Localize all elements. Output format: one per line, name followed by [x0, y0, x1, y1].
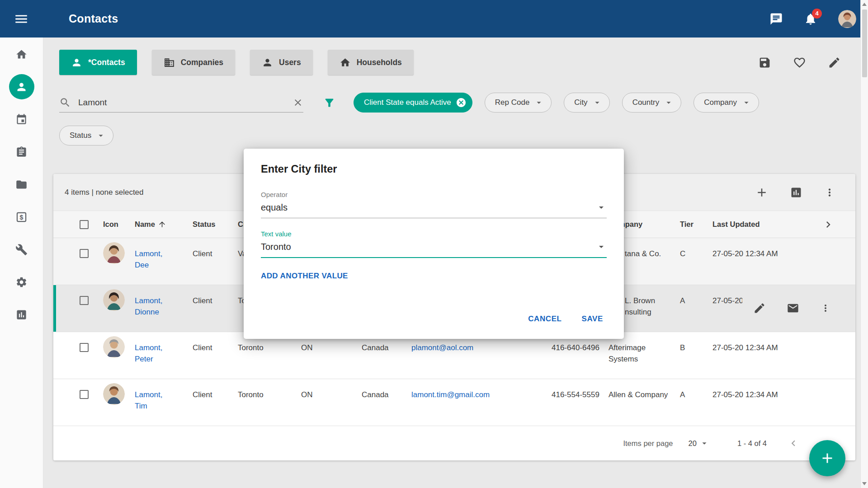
text-value-label: Text value: [261, 230, 607, 238]
mail-icon[interactable]: [787, 302, 799, 314]
tasks-icon: [15, 146, 28, 158]
table-row[interactable]: Lamont, Peter Client Toronto ON Canada p…: [53, 332, 855, 379]
table-actions: [755, 186, 835, 199]
sidebar-item-tools[interactable]: [9, 237, 34, 262]
chip-country[interactable]: Country: [622, 93, 682, 113]
more-vert-icon[interactable]: [820, 303, 831, 314]
user-icon: [262, 57, 273, 68]
filter-icon[interactable]: [323, 97, 335, 109]
chip-city[interactable]: City: [564, 93, 609, 113]
tab-contacts[interactable]: *Contacts: [59, 50, 137, 75]
contact-name-link[interactable]: Lamont, Dionne: [135, 295, 173, 318]
tab-users[interactable]: Users: [250, 50, 313, 75]
tab-households[interactable]: Households: [328, 50, 414, 75]
phone-cell: 416-554-5559: [552, 379, 609, 400]
heart-icon[interactable]: [793, 56, 806, 69]
scroll-down-arrow[interactable]: [862, 482, 867, 485]
save-icon[interactable]: [758, 56, 771, 69]
avatar-cell: [103, 332, 135, 358]
clear-search-icon[interactable]: [292, 97, 303, 108]
scroll-up-arrow[interactable]: [862, 3, 867, 6]
table-footer: Items per page 20 1 - 4 of 4: [53, 426, 855, 460]
sidebar-item-reports[interactable]: [9, 302, 34, 327]
sidebar-item-documents[interactable]: [9, 172, 34, 197]
status-cell: Client: [193, 285, 238, 306]
city-filter-dialog: Enter City filter Operator equals Text v…: [244, 149, 624, 339]
items-per-page-select[interactable]: 20: [689, 438, 709, 448]
more-vert-icon[interactable]: [824, 187, 835, 198]
table-row[interactable]: Lamont, Tim Client Toronto ON Canada lam…: [53, 379, 855, 426]
operator-select[interactable]: equals: [261, 202, 607, 218]
chat-icon[interactable]: [769, 12, 783, 26]
sidebar-item-home[interactable]: [9, 42, 34, 67]
insert-chart-icon[interactable]: [790, 186, 802, 199]
row-checkbox[interactable]: [80, 296, 89, 305]
chip-company[interactable]: Company: [693, 93, 759, 113]
sort-asc-icon: [158, 220, 166, 229]
search-input[interactable]: [77, 97, 286, 108]
avatar: [103, 289, 125, 311]
contact-name-link[interactable]: Lamont, Tim: [135, 389, 173, 412]
chip-client-state[interactable]: Client State equals Active: [354, 93, 472, 113]
email-link[interactable]: plamont@aol.com: [411, 343, 473, 352]
scrollbar-thumb[interactable]: [862, 9, 867, 77]
email-link[interactable]: lamont.tim@gmail.com: [411, 390, 490, 399]
column-header-last-updated[interactable]: Last Updated: [712, 220, 801, 229]
notifications[interactable]: 4: [804, 12, 817, 26]
chip-label: Company: [704, 98, 737, 107]
contact-name-link[interactable]: Lamont, Dee: [135, 248, 173, 271]
chevron-down-icon: [592, 98, 602, 108]
chevron-left-icon[interactable]: [788, 437, 799, 449]
column-header-tier[interactable]: Tier: [680, 220, 712, 229]
avatar: [103, 242, 125, 264]
add-another-value-button[interactable]: ADD ANOTHER VALUE: [261, 272, 348, 281]
avatar[interactable]: [838, 10, 856, 28]
page-scrollbar[interactable]: [860, 0, 868, 488]
filter-bar: Client State equals Active Rep Code City…: [59, 93, 759, 113]
row-checkbox[interactable]: [80, 249, 89, 258]
edit-icon[interactable]: [753, 302, 766, 314]
column-header-status[interactable]: Status: [193, 220, 238, 229]
column-header-name[interactable]: Name: [135, 220, 193, 229]
svg-text:$: $: [20, 213, 24, 221]
sidebar-item-billing[interactable]: $: [9, 204, 34, 230]
items-per-page-label: Items per page: [623, 439, 673, 448]
expand-columns[interactable]: [801, 218, 855, 231]
chevron-down-icon: [664, 98, 674, 108]
operator-value: equals: [261, 202, 288, 213]
avatar: [103, 336, 125, 358]
sidebar-item-calendar[interactable]: [9, 107, 34, 132]
row-checkbox[interactable]: [80, 343, 89, 352]
remove-filter-icon[interactable]: [456, 97, 467, 108]
edit-icon[interactable]: [828, 56, 841, 69]
cancel-button[interactable]: CANCEL: [521, 310, 569, 328]
tab-label: Households: [357, 58, 402, 67]
chip-label: Country: [632, 98, 660, 107]
avatar-cell: [103, 379, 135, 405]
chevron-down-icon: [741, 98, 751, 108]
select-all-checkbox[interactable]: [80, 220, 89, 229]
sidebar-item-settings[interactable]: [9, 269, 34, 295]
chip-rep-code[interactable]: Rep Code: [485, 93, 552, 113]
filter-bar-row2: Status: [59, 126, 113, 145]
save-button[interactable]: SAVE: [575, 310, 610, 328]
view-tools: [758, 56, 841, 69]
menu-icon[interactable]: [14, 11, 29, 27]
folder-icon: [15, 178, 28, 191]
country-cell: Canada: [362, 379, 411, 400]
person-icon: [71, 57, 82, 68]
province-cell: ON: [301, 379, 362, 400]
add-icon[interactable]: [755, 186, 769, 199]
contact-name-link[interactable]: Lamont, Peter: [135, 342, 173, 365]
row-checkbox[interactable]: [80, 390, 89, 399]
avatar: [103, 383, 125, 405]
chip-status[interactable]: Status: [59, 126, 113, 145]
status-cell: Client: [193, 332, 238, 353]
sidebar-item-contacts[interactable]: [9, 74, 34, 99]
text-value-select[interactable]: Toronto: [261, 241, 607, 258]
sidebar-item-tasks[interactable]: [9, 139, 34, 164]
chevron-down-icon: [534, 98, 544, 108]
tab-companies[interactable]: Companies: [152, 50, 235, 75]
add-contact-fab[interactable]: [809, 440, 845, 476]
chip-label: Status: [70, 131, 91, 140]
